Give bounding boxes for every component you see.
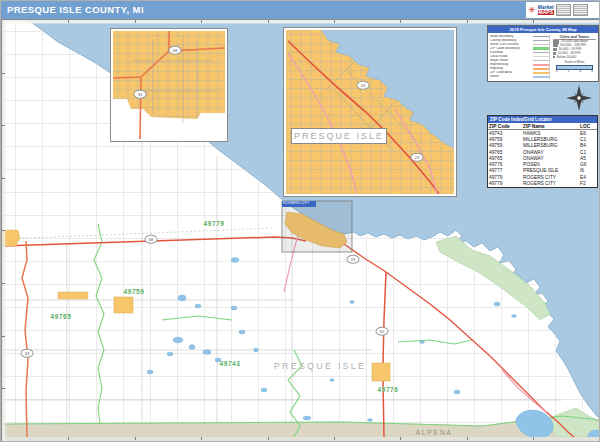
logo-starburst-icon: ✳ [528, 6, 536, 15]
grid-ruler-tick [68, 20, 69, 23]
legend-item-label: Expressway [490, 63, 533, 66]
grid-ruler-tick [68, 437, 69, 440]
col-zip-code: ZIP Code [488, 123, 522, 130]
onaway-inset-canvas [113, 31, 225, 139]
zip-table-cell: 49779 [488, 181, 522, 187]
scale-tick-label: 6 [591, 70, 593, 74]
grid-ruler-tick [533, 20, 534, 23]
legend-item-label: Highway [490, 67, 533, 70]
logo-detail-box [573, 4, 588, 16]
legend-item-swatch [533, 60, 549, 61]
zip-table-row: 49743HAWKSE6 [488, 130, 597, 137]
grid-ruler-tick [533, 437, 534, 440]
rogers-city-inset-canvas [286, 30, 454, 194]
logo-wordmark: Market MAPS [538, 5, 554, 15]
title-bar: PRESQUE ISLE COUNTY, MI [1, 1, 600, 19]
legend-item-swatch [533, 40, 549, 41]
map-page: PRESQUE ISLE COUNTY, MI ✳ Market MAPS [0, 0, 600, 442]
zip-table-cell: HAWKS [522, 130, 579, 137]
zip-table-cell: F2 [579, 181, 597, 187]
city-class-icon [553, 52, 556, 55]
scale-tick-label: 2 [568, 70, 570, 74]
legend-item: Water [490, 75, 549, 79]
grid-ruler-tick [467, 20, 468, 23]
legend-title: 2019 Presque Isle County, MI Map [488, 26, 598, 33]
legend-item-swatch [533, 44, 549, 45]
zip-table-header-row: ZIP Code ZIP Name LOC [488, 123, 597, 130]
grid-ruler-tick [201, 20, 202, 23]
zip-index-table: ZIP Code ZIP Name LOC 49743HAWKSE649759M… [488, 123, 597, 187]
zip-table-cell: E6 [579, 130, 597, 137]
zip-index-title: ZIP Code Index/Grid Locator [488, 116, 597, 123]
scale-tick-label: 4 [580, 70, 582, 74]
rogers-city-inset-map [284, 28, 456, 196]
posen-zip-area [372, 363, 390, 381]
scale-ticks: 0246 [553, 70, 596, 74]
legend-item-label: Minor Civil Division [490, 43, 533, 46]
grid-ruler-tick [201, 437, 202, 440]
zip-table-row: 49779ROGERS CITYF2 [488, 181, 597, 187]
grid-ruler-tick [2, 73, 5, 74]
legend-item-label: ZIP Code Area [490, 71, 533, 74]
col-zip-name: ZIP Name [522, 123, 579, 130]
city-classes: 250,000 and above100,000 - 249,99950,000… [553, 40, 596, 59]
legend-item-label: State Boundary [490, 35, 533, 38]
legend-item-swatch [533, 36, 549, 37]
col-loc: LOC [579, 123, 597, 130]
legend-item-swatch [533, 56, 549, 57]
logo-detail-box [556, 4, 571, 16]
scale-caption: Scale in Miles [553, 61, 596, 65]
legend-body: State BoundaryCounty BoundaryMinor Civil… [488, 33, 598, 81]
millersburg-zip-area [114, 297, 133, 313]
legend-item-swatch [533, 52, 549, 53]
city-class-icon [553, 44, 558, 48]
millersburg-zip-area [58, 292, 88, 299]
scale-tick-label: 0 [556, 70, 558, 74]
zip-table-cell: ROGERS CITY [522, 181, 579, 187]
grid-ruler-tick [334, 437, 335, 440]
legend-item-label: Local Road [490, 55, 533, 58]
inset-extent-box [282, 201, 352, 252]
grid-ruler-tick [400, 20, 401, 23]
grid-ruler-tick [2, 230, 5, 231]
legend-item-label: ZIP Code Boundary [490, 47, 533, 50]
legend-items: State BoundaryCounty BoundaryMinor Civil… [490, 35, 549, 80]
grid-ruler-tick [268, 20, 269, 23]
page-title: PRESQUE ISLE COUNTY, MI [1, 1, 600, 19]
legend-cities-column: Cities and Towns 250,000 and above100,00… [549, 35, 596, 80]
grid-ruler-tick [2, 125, 5, 126]
city-class-row: Below 10,000 [553, 55, 596, 59]
ruler-band-top [2, 20, 600, 24]
legend-item-swatch [533, 72, 549, 74]
legend-item-label: Railroad [490, 51, 533, 54]
city-class-range: Below 10,000 [557, 56, 576, 59]
logo-word-maps: MAPS [538, 10, 554, 15]
legend-item-label: Major Road [490, 59, 533, 62]
grid-ruler-tick [2, 178, 5, 179]
grid-ruler-tick [2, 336, 5, 337]
zip-table-cell: 49743 [488, 130, 522, 137]
legend-panel: 2019 Presque Isle County, MI Map State B… [487, 25, 599, 82]
grid-ruler-tick [2, 283, 5, 284]
legend-item-label: Water [490, 75, 533, 78]
city-class-icon [553, 56, 555, 58]
grid-ruler-tick [2, 388, 5, 389]
legend-item-swatch [533, 47, 549, 49]
legend-item-swatch [533, 76, 549, 78]
scale-bar-block: Scale in Miles 0246 [553, 61, 596, 73]
publisher-logo: ✳ Market MAPS [526, 2, 600, 18]
onaway-inset-map [111, 29, 227, 141]
zip-index-panel: ZIP Code Index/Grid Locator ZIP Code ZIP… [487, 115, 598, 188]
grid-ruler-tick [334, 20, 335, 23]
legend-item-swatch [533, 68, 549, 70]
grid-ruler-tick [467, 437, 468, 440]
legend-item-swatch [533, 64, 549, 66]
grid-ruler-tick [135, 20, 136, 23]
ruler-band-bottom [2, 437, 600, 441]
legend-item-label: County Boundary [490, 39, 533, 42]
city-class-icon [553, 48, 557, 51]
grid-ruler-tick [400, 437, 401, 440]
grid-ruler-tick [268, 437, 269, 440]
grid-ruler-tick [135, 437, 136, 440]
inset-extent-titlebar [282, 201, 316, 207]
